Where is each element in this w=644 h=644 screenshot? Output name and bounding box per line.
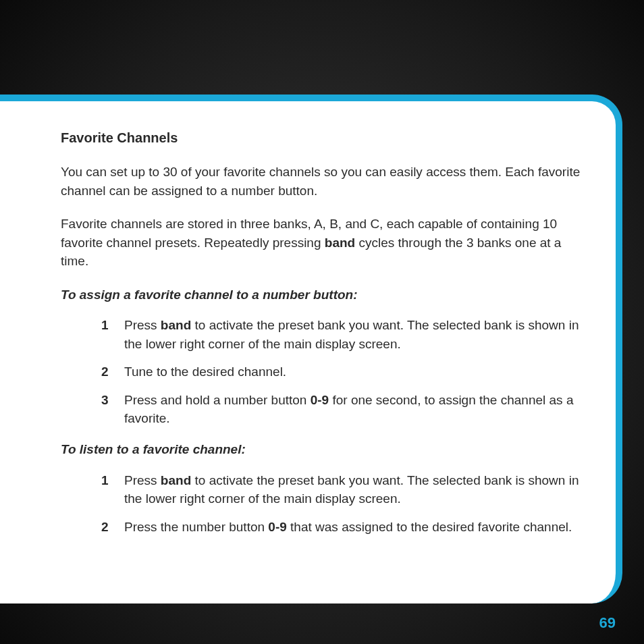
step-number: 2 [101, 363, 124, 381]
step-text: Press and hold a number button 0-9 for o… [124, 391, 589, 428]
step-text-post: to activate the preset bank you want. Th… [124, 473, 579, 506]
step-text: Tune to the desired channel. [124, 363, 589, 381]
listen-steps: 1 Press band to activate the preset bank… [101, 471, 589, 537]
list-item: 1 Press band to activate the preset bank… [101, 316, 589, 353]
intro-paragraph-2: Favorite channels are stored in three ba… [61, 215, 589, 271]
content-area: Favorite Channels You can set up to 30 o… [61, 128, 589, 536]
step-text: Press band to activate the preset bank y… [124, 471, 589, 508]
step-text-post: to activate the preset bank you want. Th… [124, 318, 579, 351]
step-text-pre: Press the number button [124, 520, 268, 534]
subheading-assign: To assign a favorite channel to a number… [61, 286, 589, 304]
step-text-bold: 0-9 [311, 393, 329, 407]
step-number: 1 [101, 316, 124, 353]
section-title: Favorite Channels [61, 128, 589, 148]
intro2-bold: band [325, 236, 355, 250]
assign-steps: 1 Press band to activate the preset bank… [101, 316, 589, 428]
subheading-listen: To listen to a favorite channel: [61, 440, 589, 459]
step-text-bold: band [161, 318, 191, 332]
step-text-pre: Press [124, 473, 161, 487]
step-text-pre: Press and hold a number button [124, 393, 311, 407]
page-panel: Favorite Channels You can set up to 30 o… [0, 95, 622, 603]
step-text-pre: Press [124, 318, 161, 332]
step-number: 3 [101, 391, 124, 428]
step-number: 1 [101, 471, 124, 508]
step-text-post: that was assigned to the desired favorit… [287, 520, 572, 534]
step-text: Press the number button 0-9 that was ass… [124, 518, 589, 537]
step-text-pre: Tune to the desired channel. [124, 365, 286, 379]
step-text: Press band to activate the preset bank y… [124, 316, 589, 353]
list-item: 3 Press and hold a number button 0-9 for… [101, 391, 589, 428]
step-number: 2 [101, 518, 124, 537]
list-item: 1 Press band to activate the preset bank… [101, 471, 589, 508]
intro-paragraph-1: You can set up to 30 of your favorite ch… [61, 163, 589, 200]
step-text-bold: band [161, 473, 191, 487]
list-item: 2 Press the number button 0-9 that was a… [101, 518, 589, 537]
list-item: 2 Tune to the desired channel. [101, 363, 589, 381]
step-text-bold: 0-9 [268, 520, 286, 534]
page-number: 69 [599, 614, 616, 632]
